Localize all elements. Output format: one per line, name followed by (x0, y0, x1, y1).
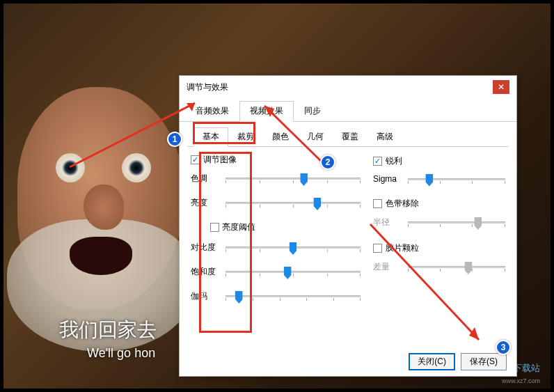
tab-video-effects[interactable]: 视频效果 (239, 101, 294, 122)
variance-slider[interactable] (408, 266, 505, 268)
hue-slider[interactable] (225, 178, 361, 180)
saturation-label: 饱和度 (191, 266, 220, 278)
tab-basic[interactable]: 基本 (193, 127, 228, 147)
radius-label: 半径 (373, 217, 402, 228)
saturation-slider[interactable] (225, 271, 361, 273)
gamma-slider[interactable] (225, 295, 361, 297)
variance-label: 差量 (373, 261, 402, 273)
watermark-url: www.xz7.com (502, 377, 540, 384)
effects-dialog: 调节与效果 ✕ 音频效果 视频效果 同步 基本 裁剪 颜色 几何 覆盖 高级 调… (179, 75, 517, 377)
contrast-slider[interactable] (225, 246, 361, 249)
subtitle-en: We'll go hon (87, 346, 155, 361)
hue-label: 色调 (191, 173, 220, 185)
save-button[interactable]: 保存(S) (461, 353, 507, 370)
badge-1: 1 (167, 132, 182, 147)
badge-2: 2 (320, 155, 335, 170)
brightness-threshold-label: 亮度阈值 (222, 221, 255, 233)
main-tabs: 音频效果 视频效果 同步 (180, 101, 516, 122)
tab-advanced[interactable]: 高级 (367, 127, 402, 146)
tab-crop[interactable]: 裁剪 (228, 127, 263, 146)
subtitle-cn: 我们回家去 (59, 317, 157, 343)
sub-tabs: 基本 裁剪 颜色 几何 覆盖 高级 (188, 127, 508, 147)
badge-3: 3 (496, 340, 511, 355)
radius-slider[interactable] (408, 221, 505, 224)
adjust-image-checkbox[interactable] (191, 155, 200, 164)
brightness-threshold-checkbox[interactable] (210, 223, 219, 232)
banding-label: 色带移除 (386, 198, 419, 210)
banding-checkbox[interactable] (373, 199, 382, 208)
close-button[interactable]: ✕ (493, 80, 509, 94)
contrast-label: 对比度 (191, 242, 220, 253)
tab-geometry[interactable]: 几何 (298, 127, 333, 146)
gamma-label: 伽玛 (191, 290, 220, 302)
tab-color[interactable]: 颜色 (263, 127, 298, 146)
tab-audio-effects[interactable]: 音频效果 (185, 101, 239, 121)
sharpen-label: 锐利 (386, 155, 402, 167)
close-dialog-button[interactable]: 关闭(C) (409, 353, 455, 370)
sigma-slider[interactable] (408, 178, 505, 180)
adjust-image-label: 调节图像 (203, 154, 237, 166)
grain-checkbox[interactable] (373, 244, 382, 253)
tab-overlay[interactable]: 覆盖 (333, 127, 367, 146)
tab-sync[interactable]: 同步 (294, 101, 331, 121)
dialog-title: 调节与效果 (187, 81, 228, 93)
sigma-label: Sigma (373, 174, 402, 184)
character-face (17, 87, 184, 310)
sharpen-checkbox[interactable] (373, 157, 382, 166)
brightness-slider[interactable] (225, 202, 361, 204)
grain-label: 胶片颗粒 (386, 242, 419, 254)
brightness-label: 亮度 (191, 197, 220, 209)
